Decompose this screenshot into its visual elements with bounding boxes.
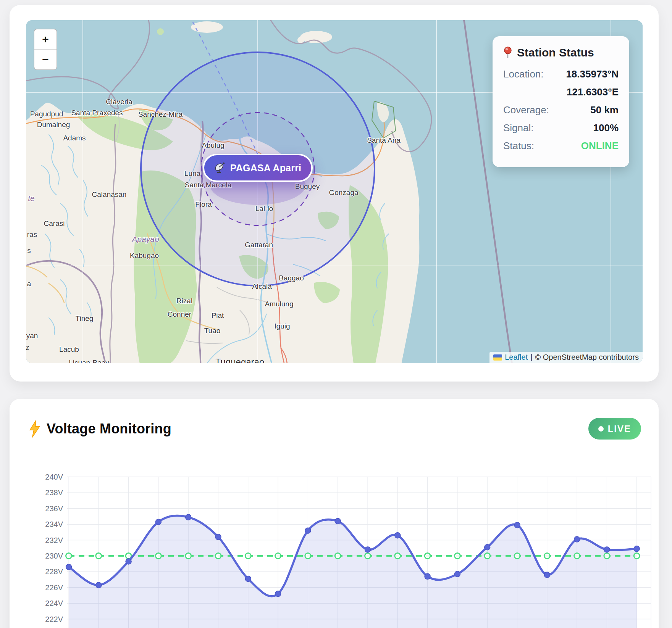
status-row: Signal:100% (503, 122, 619, 134)
svg-text:222V: 222V (45, 615, 63, 623)
leaflet-link[interactable]: Leaflet (505, 353, 528, 362)
svg-text:236V: 236V (45, 504, 63, 513)
svg-text:240V: 240V (45, 473, 63, 481)
ukraine-flag-icon (493, 354, 502, 361)
map[interactable]: ClaveriaPagudpudSanta PraxedesSanchez Mi… (26, 20, 643, 363)
status-row: Coverage:50 km (503, 104, 619, 116)
live-badge-label: LIVE (608, 423, 631, 434)
station-status-panel: Station Status Location:18.35973°N121.63… (493, 36, 629, 167)
status-row: Status:ONLINE (503, 140, 619, 152)
status-row: Location:18.35973°N (503, 68, 619, 80)
status-panel-title: Station Status (517, 46, 594, 59)
voltage-chart: 240V238V236V234V232V230V228V226V224V222V (25, 462, 655, 628)
svg-text:238V: 238V (45, 488, 63, 497)
zoom-out-button[interactable]: − (34, 50, 57, 69)
voltage-card-header: Voltage Monitoring LIVE (10, 399, 659, 440)
svg-text:230V: 230V (45, 552, 63, 560)
lightning-icon (29, 420, 41, 438)
osm-attribution[interactable]: © OpenStreetMap contributors (535, 353, 639, 362)
voltage-monitoring-card: Voltage Monitoring LIVE 240V238V236V234V… (10, 399, 659, 628)
dot-icon (598, 426, 604, 432)
map-zoom-control: + − (34, 29, 57, 70)
map-pin-icon (503, 47, 512, 59)
attribution-separator: | (530, 353, 532, 362)
satellite-dish-icon (214, 162, 226, 174)
live-badge: LIVE (588, 418, 641, 440)
svg-text:228V: 228V (45, 567, 63, 576)
map-card: ClaveriaPagudpudSanta PraxedesSanchez Mi… (10, 5, 659, 382)
svg-text:232V: 232V (45, 536, 63, 544)
voltage-card-title: Voltage Monitoring (47, 421, 171, 437)
svg-text:224V: 224V (45, 599, 63, 607)
status-row: 121.6303°E (503, 86, 619, 98)
map-attribution: Leaflet | © OpenStreetMap contributors (489, 352, 643, 363)
svg-text:226V: 226V (45, 583, 63, 592)
station-marker-label: PAGASA Aparri (230, 163, 301, 174)
status-panel-rows: Location:18.35973°N121.6303°ECoverage:50… (503, 68, 619, 152)
zoom-in-button[interactable]: + (34, 29, 57, 49)
svg-text:234V: 234V (45, 520, 63, 528)
station-marker[interactable]: PAGASA Aparri (203, 154, 313, 182)
